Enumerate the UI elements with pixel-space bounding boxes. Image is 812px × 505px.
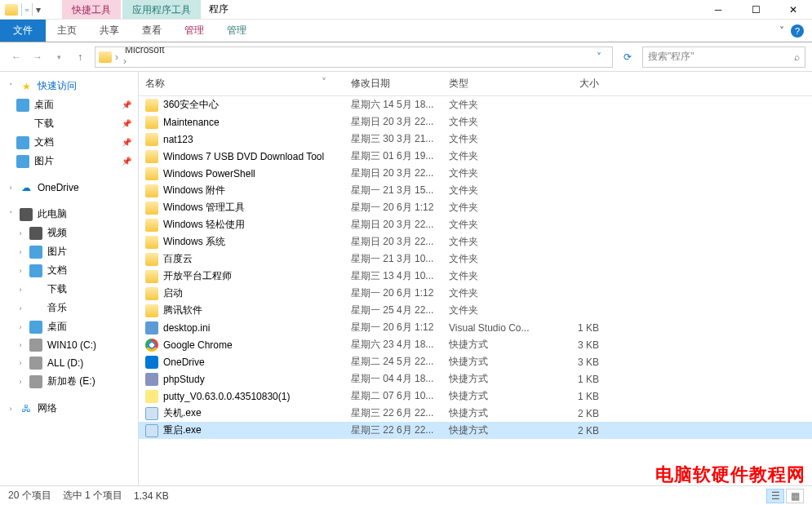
ribbon-tab-view[interactable]: 查看 [131,20,173,42]
view-icons-button[interactable]: ▦ [786,489,804,503]
refresh-button[interactable]: ⟳ [618,47,637,67]
expand-icon[interactable]: › [16,267,24,275]
sidebar-item[interactable]: ›视频 [0,224,138,242]
file-date: 星期二 07 6月 10... [351,389,449,403]
sidebar-item[interactable]: ›下载 [0,280,138,299]
sidebar-item[interactable]: ›图片 [0,242,138,261]
expand-icon[interactable]: › [16,229,24,237]
ribbon-tab-share[interactable]: 共享 [88,20,131,42]
help-icon[interactable]: ? [791,24,804,38]
file-row[interactable]: 关机.exe 星期三 22 6月 22... 快捷方式 2 KB [139,405,812,422]
file-tab[interactable]: 文件 [0,20,46,42]
ribbon-expand-icon[interactable]: ˅ [779,25,784,37]
sidebar-quick-access[interactable]: ˅ ★ 快速访问 [0,77,138,95]
expand-icon[interactable]: › [7,405,15,413]
chevron-right-icon[interactable]: › [122,55,128,67]
file-row[interactable]: OneDrive 星期二 24 5月 22... 快捷方式 3 KB [139,353,812,370]
desktop-icon [16,99,29,112]
file-row[interactable]: Windows 系统 星期日 20 3月 22... 文件夹 [139,233,812,250]
file-size: 1 KB [550,322,615,334]
ribbon-tab-manage-shortcut[interactable]: 管理 [173,20,215,42]
column-size[interactable]: 大小 [550,77,615,91]
file-date: 星期三 22 6月 22... [351,406,449,420]
sidebar-item[interactable]: 下载📌 [0,114,138,133]
column-date[interactable]: 修改日期 [351,77,449,91]
file-row[interactable]: Maintenance 星期日 20 3月 22... 文件夹 [139,113,812,131]
file-date: 星期三 13 4月 10... [351,269,449,283]
file-date: 星期一 20 6月 1:12 [351,201,449,215]
file-row[interactable]: Windows 管理工具 星期一 20 6月 1:12 文件夹 [139,199,812,216]
sidebar-item[interactable]: ›WIN10 (C:) [0,336,138,354]
window-title: 程序 [209,2,229,16]
expand-icon[interactable]: › [7,184,15,192]
file-list[interactable]: 名称 ˅ 修改日期 类型 大小 360安全中心 星期六 14 5月 18... … [139,72,812,485]
file-row[interactable]: Windows PowerShell 星期日 20 3月 22... 文件夹 [139,165,812,182]
sidebar-item-label: 图片 [34,154,54,168]
file-row[interactable]: Google Chrome 星期六 23 4月 18... 快捷方式 3 KB [139,336,812,353]
sidebar-item[interactable]: ›新加卷 (E:) [0,372,138,391]
sidebar-item-label: 桌面 [34,98,54,112]
nav-recent-dropdown[interactable]: ▾ [49,47,69,67]
close-button[interactable]: ✕ [774,0,812,20]
expand-icon[interactable]: ˅ [7,210,15,219]
minimize-button[interactable]: ─ [699,0,737,20]
file-type: 文件夹 [449,269,550,283]
search-box[interactable]: 搜索"程序" ⌕ [642,47,805,68]
qat-item[interactable]: ▫ [25,4,29,16]
expand-icon[interactable]: › [16,286,24,294]
nav-up-button[interactable]: ↑ [70,47,90,67]
expand-icon[interactable]: › [16,341,24,349]
sidebar-this-pc[interactable]: ˅ 此电脑 [0,205,138,224]
file-row[interactable]: 腾讯软件 星期一 25 4月 22... 文件夹 [139,302,812,319]
column-name[interactable]: 名称 ˅ [139,77,351,91]
expand-icon[interactable]: ˅ [7,82,15,91]
file-row[interactable]: 百度云 星期一 21 3月 10... 文件夹 [139,250,812,268]
file-row[interactable]: 启动 星期一 20 6月 1:12 文件夹 [139,285,812,302]
sidebar-network[interactable]: › 🖧 网络 [0,399,138,418]
sidebar-item[interactable]: ›文档 [0,261,138,280]
maximize-button[interactable]: ☐ [737,0,774,20]
file-row[interactable]: desktop.ini 星期一 20 6月 1:12 Visual Studio… [139,319,812,336]
file-row[interactable]: 开放平台工程师 星期三 13 4月 10... 文件夹 [139,268,812,285]
sidebar-item[interactable]: ›音乐 [0,299,138,317]
sidebar-item[interactable]: 桌面📌 [0,95,138,114]
expand-icon[interactable]: › [16,248,24,256]
file-type: 文件夹 [449,132,550,146]
qat-dropdown[interactable]: ▾ [36,4,41,16]
sidebar-item[interactable]: 文档📌 [0,133,138,152]
ribbon-tab-manage-app[interactable]: 管理 [215,20,258,42]
file-size: 1 KB [550,391,615,402]
column-type[interactable]: 类型 [449,77,550,91]
tool-tab-application[interactable]: 应用程序工具 [122,0,201,19]
expand-icon[interactable]: › [16,378,24,386]
file-row[interactable]: nat123 星期三 30 3月 21... 文件夹 [139,131,812,148]
file-row[interactable]: 重启.exe 星期三 22 6月 22... 快捷方式 2 KB [139,422,812,439]
tool-tab-shortcut[interactable]: 快捷工具 [62,0,121,19]
file-name: 百度云 [163,252,193,266]
file-row[interactable]: Windows 轻松使用 星期日 20 3月 22... 文件夹 [139,216,812,233]
expand-icon[interactable]: › [16,359,24,367]
expand-icon[interactable]: › [16,304,24,312]
nav-forward-button[interactable]: → [28,47,47,67]
nav-back-button[interactable]: ← [7,47,26,67]
file-date: 星期三 22 6月 22... [351,423,449,437]
file-row[interactable]: phpStudy 星期一 04 4月 18... 快捷方式 1 KB [139,370,812,388]
view-details-button[interactable]: ☰ [766,489,784,503]
sidebar-item[interactable]: ›桌面 [0,317,138,336]
expand-icon[interactable]: › [16,323,24,331]
sidebar-item[interactable]: ›ALL (D:) [0,354,138,372]
address-dropdown-icon[interactable]: ˅ [589,51,609,63]
file-row[interactable]: 360安全中心 星期六 14 5月 18... 文件夹 [139,96,812,113]
file-date: 星期日 20 3月 22... [351,166,449,180]
chevron-right-icon[interactable]: › [113,51,120,63]
ribbon-tab-home[interactable]: 主页 [46,20,88,42]
file-row[interactable]: putty_V0.63.0.0.43510830(1) 星期二 07 6月 10… [139,388,812,405]
breadcrumb-segment[interactable]: Windows [122,67,187,68]
address-bar[interactable]: › 涂红伟›AppData›Roaming›Microsoft›Windows›… [95,47,613,68]
navigation-sidebar[interactable]: ˅ ★ 快速访问 桌面📌下载📌文档📌图片📌 › ☁ OneDrive ˅ 此电脑… [0,72,139,485]
breadcrumb-segment[interactable]: Microsoft [122,47,187,56]
sidebar-onedrive[interactable]: › ☁ OneDrive [0,179,138,197]
sidebar-item[interactable]: 图片📌 [0,152,138,171]
file-row[interactable]: Windows 7 USB DVD Download Tool 星期三 01 6… [139,148,812,165]
file-row[interactable]: Windows 附件 星期一 21 3月 15... 文件夹 [139,182,812,199]
